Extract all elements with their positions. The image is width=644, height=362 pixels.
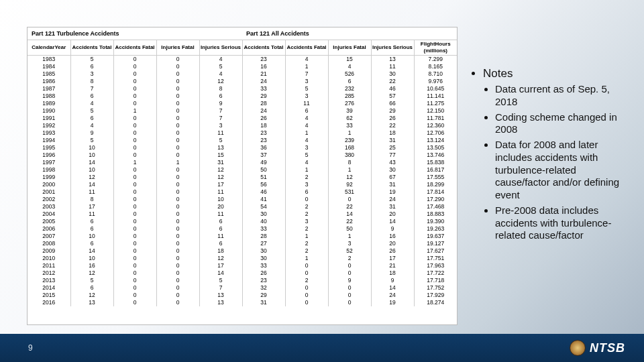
- table-cell: 0: [285, 262, 328, 269]
- table-row: 201010001230121717.751: [28, 255, 457, 262]
- table-row: 19961000153753807713.746: [28, 152, 457, 159]
- table-cell: 56: [242, 181, 285, 188]
- table-cell: 46: [371, 85, 414, 93]
- table-cell: 2008: [28, 240, 70, 247]
- table-cell: 0: [156, 247, 199, 255]
- table-cell: 33: [242, 85, 285, 93]
- table-cell: 0: [113, 210, 156, 218]
- table-cell: 21: [242, 70, 285, 78]
- table-cell: 0: [156, 181, 199, 188]
- table-cell: 0: [156, 210, 199, 218]
- table-cell: 14: [328, 210, 371, 218]
- table-cell: 0: [113, 299, 156, 306]
- table-cell: 1: [285, 166, 328, 174]
- table-cell: 3: [328, 240, 371, 247]
- table-cell: 20: [199, 203, 242, 210]
- table-cell: 1993: [28, 129, 70, 137]
- table-cell: 6: [285, 107, 328, 115]
- table-cell: 10: [70, 255, 113, 262]
- table-cell: 17: [70, 203, 113, 210]
- table-cell: 0: [113, 269, 156, 277]
- table-cell: 22: [371, 122, 414, 129]
- table-cell: 17: [199, 181, 242, 188]
- table-cell: 0: [113, 277, 156, 284]
- table-cell: 26: [371, 115, 414, 122]
- table-cell: 15: [328, 56, 371, 64]
- table-cell: 0: [113, 137, 156, 144]
- data-table: Part 121 Turbulence Accidents Part 121 A…: [28, 27, 457, 306]
- table-cell: 2: [285, 247, 328, 255]
- table-cell: 5: [70, 107, 113, 115]
- table-cell: 1989: [28, 100, 70, 107]
- table-row: 1999120012512126717.555: [28, 174, 457, 181]
- note-item: Pre-2008 data includes accidents with tu…: [495, 204, 624, 242]
- table-cell: 0: [113, 203, 156, 210]
- table-cell: 2005: [28, 218, 70, 225]
- table-cell: 12: [199, 166, 242, 174]
- table-cell: 26: [371, 247, 414, 255]
- table-cell: 1997: [28, 159, 70, 166]
- table-cell: 168: [328, 144, 371, 152]
- table-cell: 5: [70, 277, 113, 284]
- table-cell: 4: [70, 122, 113, 129]
- table-cell: 36: [242, 144, 285, 152]
- table-row: 201212001426001817.722: [28, 269, 457, 277]
- column-header: Accidents Fatal: [113, 40, 156, 56]
- table-cell: 9: [199, 100, 242, 107]
- table-cell: 9: [371, 225, 414, 233]
- table-cell: 12: [328, 174, 371, 181]
- table-cell: 0: [113, 284, 156, 292]
- table-cell: 4: [70, 100, 113, 107]
- table-cell: 0: [156, 93, 199, 100]
- table-cell: 1988: [28, 93, 70, 100]
- table-row: 20028001041002417.290: [28, 196, 457, 203]
- table-cell: 22: [371, 78, 414, 85]
- table-row: 201350052329917.718: [28, 277, 457, 284]
- table-cell: 9: [328, 277, 371, 284]
- table-cell: 0: [113, 78, 156, 85]
- table-cell: 1996: [28, 152, 70, 159]
- table-cell: 6: [70, 63, 113, 70]
- table-row: 1986800122436229.976: [28, 78, 457, 85]
- table-cell: 19: [371, 188, 414, 196]
- table-cell: 0: [156, 63, 199, 70]
- table-row: 20056006403221419.390: [28, 218, 457, 225]
- table-cell: 30: [371, 166, 414, 174]
- table-cell: 23: [242, 129, 285, 137]
- table-cell: 0: [285, 284, 328, 292]
- table-cell: 3: [70, 70, 113, 78]
- table-cell: 6: [199, 93, 242, 100]
- table-cell: 7: [199, 115, 242, 122]
- table-cell: 3: [285, 78, 328, 85]
- table-cell: 12: [70, 269, 113, 277]
- table-cell: 9.976: [414, 78, 457, 85]
- table-cell: 11: [199, 129, 242, 137]
- column-header: Accidents Total: [70, 40, 113, 56]
- table-cell: 17: [371, 255, 414, 262]
- table-cell: 0: [156, 174, 199, 181]
- table-cell: 0: [113, 100, 156, 107]
- table-cell: 11: [371, 63, 414, 70]
- table-row: 201613001331001918.274: [28, 299, 457, 306]
- column-header: Injuries Fatal: [156, 40, 199, 56]
- table-cell: 57: [371, 93, 414, 100]
- table-row: 198860062932855711.141: [28, 93, 457, 100]
- table-cell: 0: [113, 196, 156, 203]
- table-cell: 0: [156, 196, 199, 203]
- table-cell: 1992: [28, 122, 70, 129]
- logo-text: NTSB: [590, 341, 625, 355]
- table-cell: 14: [70, 181, 113, 188]
- table-cell: 3: [285, 93, 328, 100]
- table-cell: 12.706: [414, 129, 457, 137]
- table-cell: 1: [285, 63, 328, 70]
- table-cell: 43: [371, 159, 414, 166]
- table-cell: 20: [371, 210, 414, 218]
- table-cell: 2: [285, 203, 328, 210]
- table-cell: 2002: [28, 196, 70, 203]
- table-cell: 0: [156, 284, 199, 292]
- table-cell: 19: [371, 299, 414, 306]
- table-cell: 27: [242, 240, 285, 247]
- table-cell: 67: [371, 174, 414, 181]
- table-cell: 0: [285, 269, 328, 277]
- table-cell: 2: [285, 240, 328, 247]
